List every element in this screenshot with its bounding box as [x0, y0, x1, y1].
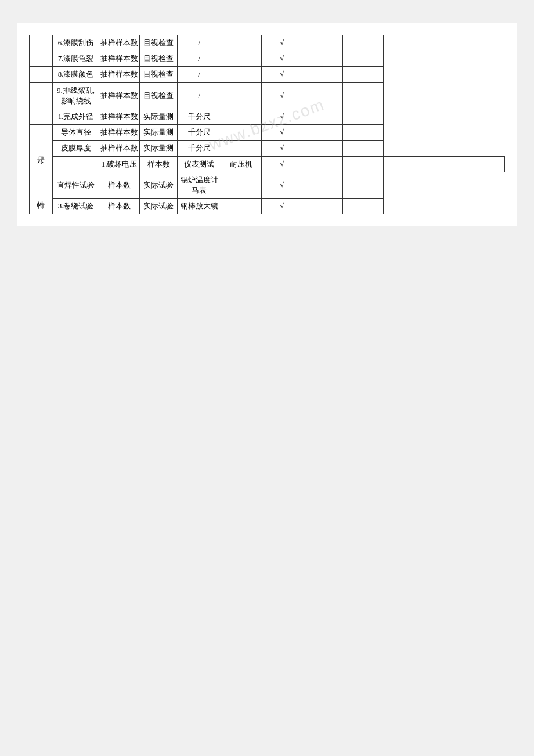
col7-cell: √ — [262, 172, 302, 198]
col4-cell: 目视检查 — [140, 51, 178, 67]
col8-cell — [302, 172, 343, 198]
col1-cell — [30, 82, 53, 109]
col9-cell — [343, 82, 384, 109]
col8-cell — [302, 82, 343, 109]
col2-cell: 直焊性试验 — [53, 172, 99, 198]
col5-cell: 千分尺 — [178, 125, 221, 141]
col5-cell: 锡炉温度计 马表 — [178, 172, 221, 198]
col7-cell: √ — [262, 141, 302, 156]
col1-cell — [30, 67, 53, 82]
col5-cell: 耐压机 — [221, 156, 262, 172]
col9-cell — [343, 141, 384, 156]
col6-cell — [221, 67, 262, 82]
col9-cell — [343, 51, 384, 67]
col3-cell: 抽样样本数 — [99, 67, 140, 82]
col3-cell: 样本数 — [99, 199, 140, 214]
col5-cell: / — [178, 35, 221, 51]
col7-cell: √ — [262, 109, 302, 124]
page: www.bzxz.com 6.漆膜刮伤抽样样本数目视检查/√7.漆膜龟裂抽样样本… — [17, 23, 517, 226]
col2-cell: 6.漆膜刮伤 — [53, 35, 99, 51]
col1-cell — [53, 156, 99, 172]
table-row: 8.漆膜颜色抽样样本数目视检查/√ — [30, 67, 505, 82]
col4-cell: 实际试验 — [140, 172, 178, 198]
col3-cell: 抽样样本数 — [99, 109, 140, 124]
col9-cell — [384, 156, 505, 172]
col4-cell: 实际量测 — [140, 109, 178, 124]
col1-cell — [30, 51, 53, 67]
col5-cell: / — [178, 82, 221, 109]
col7-cell: √ — [262, 125, 302, 141]
col3-cell: 抽样样本数 — [99, 35, 140, 51]
table-row: 7.漆膜龟裂抽样样本数目视检查/√ — [30, 51, 505, 67]
col9-cell — [343, 109, 384, 124]
col7-cell: √ — [262, 67, 302, 82]
col4-cell: 目视检查 — [140, 82, 178, 109]
col1-cell-property: 特性 — [30, 172, 53, 214]
col5-cell: / — [178, 51, 221, 67]
table-row: 6.漆膜刮伤抽样样本数目视检查/√ — [30, 35, 505, 51]
col5-cell: 千分尺 — [178, 141, 221, 156]
table-row: 9.排线絮乱,影响绕线抽样样本数目视检查/√ — [30, 82, 505, 109]
col2-cell: 1.完成外径 — [53, 109, 99, 124]
col4-cell: 目视检查 — [140, 67, 178, 82]
col6-cell — [221, 35, 262, 51]
col6-cell — [221, 82, 262, 109]
col2-cell: 1.破坏电压 — [99, 156, 140, 172]
col5-cell: 千分尺 — [178, 109, 221, 124]
col3-cell: 样本数 — [140, 156, 178, 172]
table-row: 3.卷绕试验样本数实际试验钢棒放大镜√ — [30, 199, 505, 214]
col8-cell — [302, 141, 343, 156]
col4-cell: 实际试验 — [140, 199, 178, 214]
col8-cell — [302, 125, 343, 141]
col6-cell — [221, 125, 262, 141]
col8-cell — [302, 199, 343, 214]
col9-cell — [343, 67, 384, 82]
col7-cell: √ — [262, 35, 302, 51]
col9-cell — [343, 35, 384, 51]
col4-cell: 目视检查 — [140, 35, 178, 51]
col6-cell — [221, 141, 262, 156]
col9-cell — [343, 172, 384, 198]
col1-cell — [30, 109, 53, 124]
col8-cell — [302, 67, 343, 82]
table-row: 1.完成外径抽样样本数实际量测千分尺√ — [30, 109, 505, 124]
col7-cell — [302, 156, 343, 172]
col7-cell: √ — [262, 51, 302, 67]
col3-cell: 样本数 — [99, 172, 140, 198]
col2-cell: 8.漆膜颜色 — [53, 67, 99, 82]
col3-cell: 抽样样本数 — [99, 125, 140, 141]
col5-cell: / — [178, 67, 221, 82]
table-row: 1.破坏电压样本数仪表测试耐压机√ — [30, 156, 505, 172]
col8-cell — [343, 156, 384, 172]
col8-cell — [302, 51, 343, 67]
col6-cell — [221, 172, 262, 198]
col4-cell: 实际量测 — [140, 125, 178, 141]
table-row: 特性直焊性试验样本数实际试验锡炉温度计 马表√ — [30, 172, 505, 198]
col3-cell: 抽样样本数 — [99, 82, 140, 109]
col8-cell — [302, 35, 343, 51]
col4-cell: 仪表测试 — [178, 156, 221, 172]
col2-cell: 皮膜厚度 — [53, 141, 99, 156]
col6-cell — [221, 109, 262, 124]
col6-cell — [221, 51, 262, 67]
col6-cell — [221, 199, 262, 214]
col4-cell: 实际量测 — [140, 141, 178, 156]
main-table: 6.漆膜刮伤抽样样本数目视检查/√7.漆膜龟裂抽样样本数目视检查/√8.漆膜颜色… — [29, 35, 505, 214]
col8-cell — [302, 109, 343, 124]
col1-cell — [30, 35, 53, 51]
col2-cell: 9.排线絮乱,影响绕线 — [53, 82, 99, 109]
col9-cell — [343, 199, 384, 214]
table-row: 尺寸导体直径抽样样本数实际量测千分尺√ — [30, 125, 505, 141]
col3-cell: 抽样样本数 — [99, 51, 140, 67]
col7-cell: √ — [262, 82, 302, 109]
col2-cell: 导体直径 — [53, 125, 99, 141]
col3-cell: 抽样样本数 — [99, 141, 140, 156]
col6-cell: √ — [262, 156, 302, 172]
col2-cell: 7.漆膜龟裂 — [53, 51, 99, 67]
col1-cell-size: 尺寸 — [30, 125, 53, 172]
col7-cell: √ — [262, 199, 302, 214]
col5-cell: 钢棒放大镜 — [178, 199, 221, 214]
col9-cell — [343, 125, 384, 141]
table-row: 皮膜厚度抽样样本数实际量测千分尺√ — [30, 141, 505, 156]
col2-cell: 3.卷绕试验 — [53, 199, 99, 214]
